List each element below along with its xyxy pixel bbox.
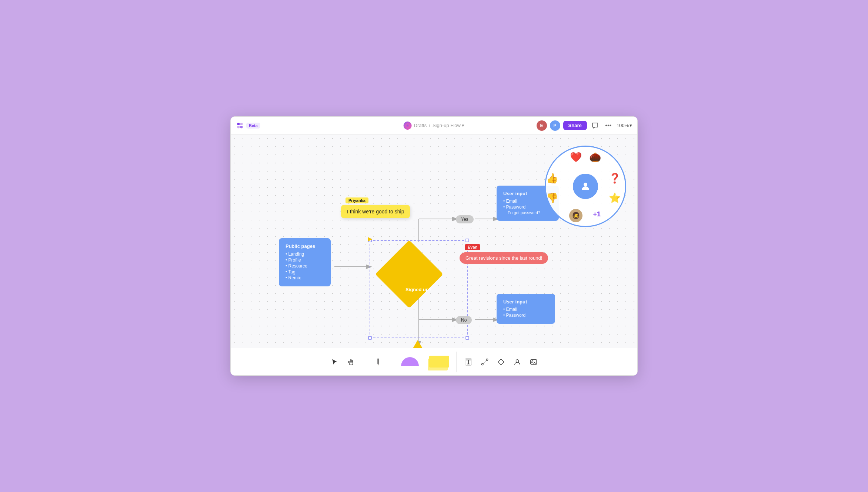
logo-icon: [236, 122, 244, 130]
project-icon: [404, 122, 412, 130]
text-tool[interactable]: [460, 352, 477, 372]
plus-one-label: +1: [593, 210, 601, 218]
svg-rect-18: [377, 358, 378, 359]
toolbar-shapes-section: [393, 352, 457, 372]
svg-rect-2: [237, 126, 240, 128]
triangle-node[interactable]: Like / Duplicate: [394, 340, 442, 348]
svg-rect-20: [429, 356, 449, 368]
breadcrumb-current[interactable]: Sign-up Flow ▾: [433, 123, 465, 128]
cursor-tool[interactable]: [327, 352, 343, 372]
share-button[interactable]: Share: [563, 121, 587, 130]
topbar-right: E P Share ••• 100% ▾: [537, 120, 632, 131]
decision-node[interactable]: Signed up?: [370, 240, 468, 338]
comment-bubble-evan[interactable]: Great revisions since the last round!: [460, 252, 548, 264]
toolbar: [231, 348, 637, 375]
wheel-avatar: 🧔: [569, 209, 582, 222]
public-pages-item-3: • Resource: [286, 263, 324, 269]
avatar-2: P: [550, 120, 560, 131]
wheel-person-icon[interactable]: [573, 174, 598, 199]
thumbsup-emoji[interactable]: 👍: [546, 173, 558, 184]
image-tool[interactable]: [525, 352, 542, 372]
public-pages-item-4: • Tag: [286, 269, 324, 275]
svg-rect-3: [240, 126, 243, 128]
shape-stacked-rect[interactable]: [423, 352, 453, 372]
svg-rect-0: [237, 123, 240, 125]
breadcrumb: Drafts / Sign-up Flow ▾: [404, 122, 465, 130]
cursor-indicator: ▶: [368, 235, 372, 242]
topbar: Beta Drafts / Sign-up Flow ▾ E P Share •…: [231, 117, 637, 134]
canvas: Priyanka I think we're good to ship Publ…: [231, 134, 637, 348]
hand-tool[interactable]: [343, 352, 359, 372]
connector-tool[interactable]: [477, 352, 493, 372]
user-input-box-bottom: User input • Email • Password: [497, 294, 555, 324]
user-input-bottom-password: • Password: [503, 313, 548, 318]
stamp-tool[interactable]: [509, 352, 525, 372]
star-emoji[interactable]: ⭐: [609, 192, 621, 203]
shapes-tool[interactable]: [493, 352, 509, 372]
public-pages-box: Public pages • Landing • Profile • Resou…: [279, 238, 331, 286]
toolbar-cursor-section: [323, 352, 363, 372]
public-pages-item-1: • Landing: [286, 252, 324, 257]
heart-emoji[interactable]: ❤️: [570, 151, 582, 163]
public-pages-item-2: • Profile: [286, 257, 324, 263]
breadcrumb-sep: /: [429, 123, 430, 128]
beta-badge: Beta: [246, 123, 260, 129]
svg-rect-1: [240, 123, 243, 125]
yes-pill: Yes: [456, 215, 474, 223]
breadcrumb-parent[interactable]: Drafts: [414, 123, 427, 128]
decision-label: Signed up?: [405, 286, 432, 292]
svg-point-13: [584, 183, 587, 186]
no-pill: No: [456, 316, 472, 324]
svg-point-27: [532, 360, 533, 362]
svg-point-23: [486, 359, 488, 360]
zoom-label[interactable]: 100% ▾: [617, 123, 632, 128]
comment-label-evan: Evan: [465, 244, 480, 250]
toolbar-tools-section: [457, 352, 545, 372]
logo-area: Beta: [236, 122, 260, 130]
toolbar-draw-section: [363, 352, 393, 372]
comment-bubble-priyanka[interactable]: I think we're good to ship: [341, 205, 410, 218]
public-pages-item-5: • Remix: [286, 275, 324, 280]
user-input-bottom-email: • Email: [503, 307, 548, 312]
pencil-tool[interactable]: [367, 352, 389, 372]
shape-semicircle[interactable]: [397, 352, 423, 372]
reaction-wheel: 😊 ❤️ 🌰 👍 ❓ 👎 ⭐ 🧔 +1: [545, 146, 626, 227]
svg-point-4: [405, 123, 410, 128]
avatar-1: E: [537, 120, 547, 131]
svg-rect-24: [498, 359, 504, 365]
question-emoji[interactable]: ❓: [609, 173, 621, 184]
user-input-bottom-title: User input: [503, 299, 548, 305]
acorn-emoji[interactable]: 🌰: [589, 151, 601, 163]
public-pages-title: Public pages: [286, 243, 324, 249]
comment-label-priyanka: Priyanka: [345, 197, 368, 203]
svg-point-25: [516, 359, 518, 362]
svg-marker-17: [378, 365, 378, 366]
more-options-button[interactable]: •••: [603, 120, 614, 131]
svg-rect-15: [377, 359, 378, 363]
thumbsdown-emoji[interactable]: 👎: [546, 192, 558, 203]
comment-button[interactable]: [590, 120, 600, 131]
